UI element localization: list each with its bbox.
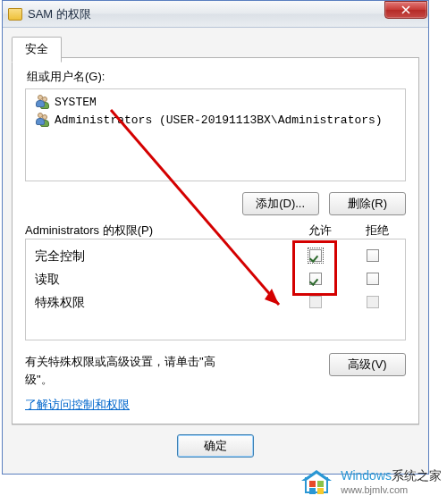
remove-button[interactable]: 删除(R) xyxy=(329,192,406,215)
permissions-dialog: SAM 的权限 安全 组或用户名(G): SYSTEM xyxy=(2,0,429,475)
watermark: Windows系统之家 www.bjmlv.com xyxy=(303,468,442,497)
close-icon xyxy=(401,5,410,14)
deny-checkbox[interactable] xyxy=(367,249,379,262)
allow-checkbox[interactable] xyxy=(309,273,322,285)
permissions-for-label: Administrators 的权限(P) xyxy=(25,223,291,239)
deny-checkbox[interactable] xyxy=(367,273,379,285)
deny-column-header: 拒绝 xyxy=(349,223,406,239)
permissions-header: Administrators 的权限(P) 允许 拒绝 xyxy=(25,223,406,239)
permission-name: 读取 xyxy=(35,272,287,288)
list-item[interactable]: Administrators (USER-20191113BX\Administ… xyxy=(31,111,400,129)
folder-icon xyxy=(8,8,22,21)
allow-checkbox[interactable] xyxy=(309,296,322,308)
permission-row: 读取 xyxy=(35,268,401,291)
permission-name: 特殊权限 xyxy=(35,295,287,311)
advanced-row: 有关特殊权限或高级设置，请单击"高 级"。 高级(V) xyxy=(25,353,406,388)
tab-security[interactable]: 安全 xyxy=(12,37,62,63)
groups-users-label: 组或用户名(G): xyxy=(27,69,406,85)
allow-column-header: 允许 xyxy=(291,223,349,239)
close-button[interactable] xyxy=(384,1,427,19)
window-title: SAM 的权限 xyxy=(28,6,91,22)
client-area: 安全 组或用户名(G): SYSTEM Administrat xyxy=(3,28,428,474)
add-button[interactable]: 添加(D)... xyxy=(242,192,319,215)
allow-checkbox[interactable] xyxy=(309,249,322,262)
dialog-footer: 确定 xyxy=(12,424,419,466)
user-icon xyxy=(33,95,49,109)
watermark-logo-icon xyxy=(303,468,335,497)
permissions-list: 完全控制 读取 特殊权限 xyxy=(25,239,406,340)
permission-row: 特殊权限 xyxy=(35,291,401,315)
learn-link[interactable]: 了解访问控制和权限 xyxy=(25,397,130,413)
titlebar[interactable]: SAM 的权限 xyxy=(3,1,428,28)
permission-row: 完全控制 xyxy=(35,245,401,268)
deny-checkbox[interactable] xyxy=(367,296,379,308)
advanced-button[interactable]: 高级(V) xyxy=(329,353,406,376)
user-list[interactable]: SYSTEM Administrators (USER-20191113BX\A… xyxy=(25,88,406,181)
ok-button[interactable]: 确定 xyxy=(177,434,254,458)
permission-name: 完全控制 xyxy=(35,248,287,265)
user-icon xyxy=(33,113,49,127)
list-item[interactable]: SYSTEM xyxy=(31,93,400,111)
tab-strip: 安全 xyxy=(12,35,419,58)
list-item-label: Administrators (USER-20191113BX\Administ… xyxy=(55,113,383,127)
advanced-help-text: 有关特殊权限或高级设置，请单击"高 级"。 xyxy=(25,353,308,388)
security-tab-body: 组或用户名(G): SYSTEM Administrators (USER-20… xyxy=(12,57,419,424)
list-item-label: SYSTEM xyxy=(55,96,97,109)
watermark-text: Windows系统之家 www.bjmlv.com xyxy=(341,468,442,496)
user-buttons: 添加(D)... 删除(R) xyxy=(25,192,406,215)
